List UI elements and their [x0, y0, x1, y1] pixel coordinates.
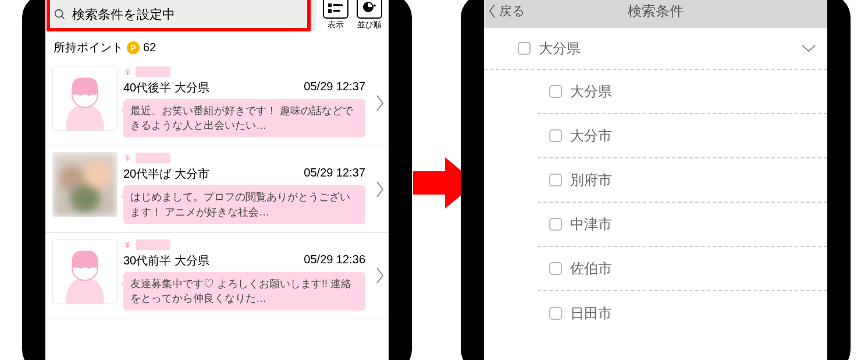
sort-label: 並び順 [353, 20, 386, 30]
checkbox[interactable] [549, 262, 562, 275]
redacted-name [136, 66, 170, 77]
filter-sub-row[interactable]: 別府市 [538, 158, 827, 203]
search-text: 検索条件を設定中 [72, 6, 175, 23]
filter-sub-label: 大分市 [570, 126, 612, 145]
timestamp: 05/29 12:36 [304, 253, 365, 269]
list-icon [323, 0, 348, 19]
filter-sub-row[interactable]: 日田市 [538, 291, 827, 336]
avatar [52, 239, 118, 304]
points-value: 62 [143, 41, 156, 54]
back-button[interactable]: 戻る [484, 2, 525, 20]
coin-icon: P [127, 41, 140, 54]
sort-button[interactable]: 並び順 [353, 0, 386, 30]
female-icon: ♀ [123, 152, 132, 164]
svg-point-9 [79, 93, 81, 96]
back-label: 戻る [499, 2, 525, 20]
filter-parent-label: 大分県 [539, 39, 581, 58]
filter-sub-label: 佐伯市 [570, 259, 612, 278]
points-row: 所持ポイント P 62 [45, 35, 389, 60]
phone-frame-right: 戻る 検索条件 大分県 大分県 大分市 別府市 [461, 0, 851, 360]
filter-sub-label: 大分県 [570, 82, 612, 101]
screen-right: 戻る 検索条件 大分県 大分県 大分市 別府市 [484, 0, 827, 360]
redacted-name [136, 239, 170, 250]
chevron-left-icon [488, 3, 497, 19]
filter-sub-label: 日田市 [570, 304, 612, 323]
filter-sub-label: 中津市 [570, 215, 612, 234]
svg-rect-4 [328, 9, 332, 13]
chevron-right-icon [375, 93, 385, 113]
message-bubble: はじめまして。プロフの閲覧ありがとうございます！ アニメが好きな社会… [123, 185, 365, 224]
svg-point-13 [79, 266, 81, 269]
age-location: 20代半ば 大分市 [123, 166, 209, 182]
redacted-name [136, 153, 170, 163]
checkbox[interactable] [549, 307, 562, 320]
chevron-right-icon [375, 266, 385, 285]
list-item[interactable]: ♀ 30代前半 大分県 05/29 12:36 友達募集中です♡ よろしくお願い… [45, 233, 389, 319]
filter-header: 戻る 検索条件 [484, 0, 827, 28]
filter-sub-row[interactable]: 中津市 [538, 203, 827, 247]
chevron-down-icon[interactable] [801, 44, 817, 53]
age-location: 40代後半 大分県 [123, 80, 209, 96]
clock-icon [357, 0, 382, 19]
list-item[interactable]: ♀ 40代後半 大分県 05/29 12:37 最近、お笑い番組が好きです！ 趣… [45, 60, 389, 146]
female-icon: ♀ [123, 239, 132, 250]
svg-rect-3 [333, 4, 340, 6]
checkbox[interactable] [549, 129, 562, 142]
svg-rect-2 [328, 3, 332, 7]
filter-sub-label: 別府市 [570, 171, 612, 189]
display-label: 表示 [319, 20, 353, 30]
item-body: ♀ 40代後半 大分県 05/29 12:37 最近、お笑い番組が好きです！ 趣… [123, 66, 386, 137]
svg-line-1 [62, 16, 65, 19]
filter-sub-row[interactable]: 佐伯市 [538, 247, 827, 291]
svg-point-14 [88, 266, 91, 269]
checkbox[interactable] [518, 42, 531, 55]
header-row: 検索条件を設定中 表示 [45, 0, 389, 35]
phone-frame-left: 検索条件を設定中 表示 [22, 0, 412, 360]
checkbox[interactable] [549, 174, 562, 186]
screen-left: 検索条件を設定中 表示 [45, 0, 389, 360]
avatar [52, 152, 118, 217]
message-bubble: 最近、お笑い番組が好きです！ 趣味の話などできるような人と出会いたい… [123, 99, 365, 137]
list-item[interactable]: ♀ 20代半ば 大分市 05/29 12:37 はじめまして。プロフの閲覧ありが… [45, 146, 389, 232]
points-label: 所持ポイント [54, 40, 123, 55]
timestamp: 05/29 12:37 [304, 80, 365, 96]
search-box[interactable]: 検索条件を設定中 [48, 0, 316, 31]
filter-parent-row[interactable]: 大分県 [484, 28, 827, 70]
age-location: 30代前半 大分県 [123, 253, 209, 269]
svg-rect-5 [333, 10, 340, 12]
filter-title: 検索条件 [484, 2, 827, 20]
checkbox[interactable] [549, 218, 562, 231]
filter-sub-row[interactable]: 大分市 [538, 114, 827, 158]
display-button[interactable]: 表示 [319, 0, 353, 30]
svg-point-0 [55, 10, 63, 17]
avatar [52, 66, 118, 131]
search-icon [54, 8, 66, 21]
chevron-right-icon [375, 179, 385, 199]
svg-point-10 [88, 93, 91, 96]
item-body: ♀ 30代前半 大分県 05/29 12:36 友達募集中です♡ よろしくお願い… [123, 239, 386, 310]
checkbox[interactable] [549, 85, 562, 98]
item-body: ♀ 20代半ば 大分市 05/29 12:37 はじめまして。プロフの閲覧ありが… [123, 152, 386, 224]
message-bubble: 友達募集中です♡ よろしくお願いします!! 連絡をとってから仲良くなりた… [123, 272, 365, 310]
female-icon: ♀ [123, 66, 132, 77]
timestamp: 05/29 12:37 [304, 166, 365, 182]
filter-sub-row[interactable]: 大分県 [538, 70, 827, 114]
